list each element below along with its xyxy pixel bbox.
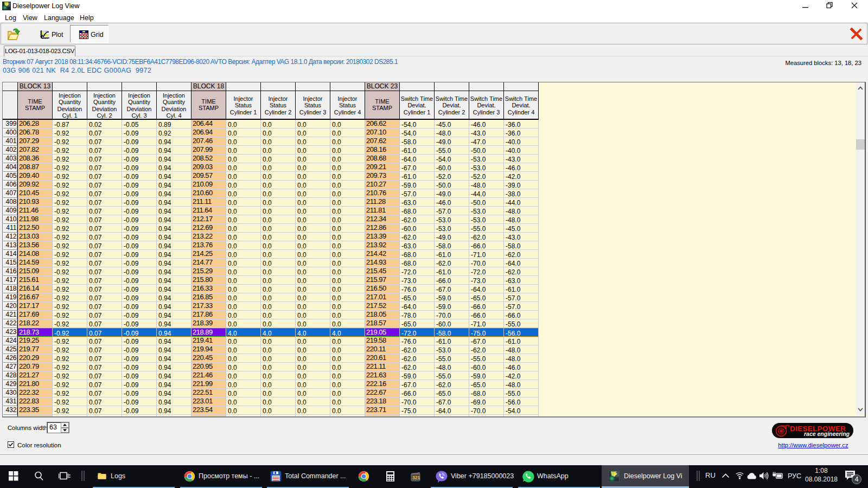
svg-text:4: 4 — [855, 476, 859, 483]
svg-text:321: 321 — [412, 475, 420, 480]
